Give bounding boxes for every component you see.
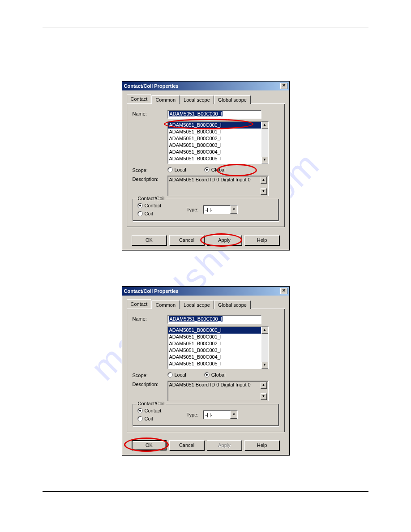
list-item[interactable]: ADAM5051_B00C003_I: [168, 347, 261, 354]
scroll-up-icon[interactable]: ▲: [261, 382, 267, 389]
scope-local-radio[interactable]: Local: [167, 167, 186, 172]
tab-contact[interactable]: Contact: [127, 299, 152, 309]
help-button[interactable]: Help: [244, 235, 279, 245]
tab-row: Contact Common Local scope Global scope: [127, 299, 285, 309]
name-input-value: ADAM5051_B00C000_I: [169, 111, 223, 116]
tab-local-scope[interactable]: Local scope: [180, 300, 214, 309]
contact-coil-properties-dialog-2: Contact/Coil Properties ✕ Contact Common…: [122, 286, 290, 455]
radio-icon: [167, 167, 173, 172]
page-rule-top: [43, 27, 368, 27]
scope-local-label: Local: [175, 167, 186, 172]
contact-radio-label: Contact: [145, 408, 162, 413]
contact-coil-properties-dialog-1: Contact/Coil Properties ✕ Contact Common…: [122, 81, 290, 250]
coil-radio-label: Coil: [145, 211, 153, 216]
help-button[interactable]: Help: [244, 440, 279, 450]
scope-local-radio[interactable]: Local: [167, 372, 186, 378]
ok-button[interactable]: OK: [132, 440, 167, 450]
close-button[interactable]: ✕: [280, 83, 287, 89]
scope-label: Scope:: [133, 167, 167, 173]
list-item[interactable]: ADAM5051_B00C005_I: [168, 360, 261, 367]
description-label: Description:: [133, 381, 167, 387]
scroll-down-icon[interactable]: ▼: [261, 362, 268, 369]
ok-button[interactable]: OK: [132, 235, 167, 245]
cancel-button[interactable]: Cancel: [169, 235, 204, 245]
list-item[interactable]: ADAM5051_B00C000_I: [168, 122, 261, 129]
scroll-down-icon[interactable]: ▼: [261, 188, 267, 195]
apply-button: Apply: [207, 440, 242, 450]
name-label: Name:: [133, 315, 167, 322]
type-dropdown[interactable]: -| |- ▼: [203, 410, 238, 419]
tab-common[interactable]: Common: [151, 95, 180, 104]
description-value: ADAM5051 Board ID 0 Digital Input 0: [169, 382, 261, 400]
scroll-down-icon[interactable]: ▼: [261, 393, 267, 400]
type-value: -| |-: [203, 412, 230, 417]
listbox-scrollbar[interactable]: ▲ ▼: [261, 326, 269, 369]
contact-radio-label: Contact: [145, 203, 162, 208]
list-item[interactable]: ADAM5051_B00C005_I: [168, 155, 261, 162]
description-box[interactable]: ADAM5051 Board ID 0 Digital Input 0 ▲ ▼: [167, 176, 269, 196]
scope-local-label: Local: [175, 372, 186, 378]
type-label: Type:: [187, 207, 199, 212]
type-label: Type:: [187, 412, 199, 417]
description-label: Description:: [133, 176, 167, 182]
type-dropdown[interactable]: -| |- ▼: [203, 205, 238, 214]
tab-global-scope[interactable]: Global scope: [214, 300, 251, 309]
scope-global-label: Global: [211, 372, 226, 378]
radio-icon: [204, 372, 210, 378]
window-title: Contact/Coil Properties: [124, 288, 179, 294]
radio-icon: [204, 167, 210, 172]
tab-contact[interactable]: Contact: [127, 94, 152, 103]
scroll-down-icon[interactable]: ▼: [261, 157, 268, 163]
coil-radio[interactable]: Coil: [137, 416, 187, 421]
list-item[interactable]: ADAM5051_B00C003_I: [168, 142, 261, 149]
description-box[interactable]: ADAM5051 Board ID 0 Digital Input 0 ▲ ▼: [167, 381, 269, 401]
titlebar: Contact/Coil Properties ✕: [122, 287, 289, 296]
contact-radio[interactable]: Contact: [137, 203, 187, 208]
listbox-scrollbar[interactable]: ▲ ▼: [261, 121, 269, 164]
tab-local-scope[interactable]: Local scope: [180, 95, 214, 104]
group-legend: Contact/Coil: [137, 401, 166, 406]
coil-radio[interactable]: Coil: [137, 211, 187, 216]
radio-icon: [167, 372, 173, 378]
tab-panel: Name: ADAM5051_B00C000_I ADAM5051_B00C00…: [127, 104, 285, 227]
contact-coil-group: Contact/Coil Contact Coil: [133, 404, 279, 426]
radio-icon: [137, 416, 143, 421]
apply-button[interactable]: Apply: [207, 235, 242, 245]
name-input[interactable]: ADAM5051_B00C000_I: [167, 110, 261, 119]
contact-radio[interactable]: Contact: [137, 408, 187, 413]
list-item[interactable]: ADAM5051_B00C004_I: [168, 149, 261, 155]
radio-icon: [137, 211, 143, 216]
coil-radio-label: Coil: [145, 416, 153, 421]
name-label: Name:: [133, 110, 167, 116]
tab-common[interactable]: Common: [151, 300, 180, 309]
titlebar: Contact/Coil Properties ✕: [122, 82, 289, 90]
scroll-up-icon[interactable]: ▲: [261, 177, 267, 184]
page-rule-bottom: [43, 491, 368, 492]
scope-global-label: Global: [211, 167, 226, 172]
list-item[interactable]: ADAM5051_B00C000_I: [168, 327, 261, 334]
cancel-button[interactable]: Cancel: [169, 440, 204, 450]
contact-coil-group: Contact/Coil Contact Coil: [133, 199, 279, 221]
group-legend: Contact/Coil: [137, 196, 166, 201]
radio-icon: [137, 408, 143, 413]
name-listbox[interactable]: ADAM5051_B00C000_I ADAM5051_B00C001_I AD…: [167, 326, 261, 369]
chevron-down-icon[interactable]: ▼: [230, 206, 237, 214]
scope-label: Scope:: [133, 372, 167, 378]
list-item[interactable]: ADAM5051_B00C002_I: [168, 340, 261, 347]
chevron-down-icon[interactable]: ▼: [230, 411, 237, 419]
type-value: -| |-: [203, 207, 230, 212]
list-item[interactable]: ADAM5051_B00C004_I: [168, 354, 261, 360]
list-item[interactable]: ADAM5051_B00C001_I: [168, 334, 261, 340]
tab-row: Contact Common Local scope Global scope: [127, 94, 285, 104]
list-item[interactable]: ADAM5051_B00C002_I: [168, 135, 261, 142]
name-listbox[interactable]: ADAM5051_B00C000_I ADAM5051_B00C001_I AD…: [167, 121, 261, 164]
scroll-up-icon[interactable]: ▲: [261, 327, 268, 334]
name-input[interactable]: ADAM5051_B00C000_I: [167, 315, 261, 324]
scope-global-radio[interactable]: Global: [204, 167, 226, 172]
scope-global-radio[interactable]: Global: [204, 372, 226, 378]
close-button[interactable]: ✕: [280, 288, 287, 294]
scroll-up-icon[interactable]: ▲: [261, 122, 268, 129]
list-item[interactable]: ADAM5051_B00C001_I: [168, 129, 261, 135]
tab-global-scope[interactable]: Global scope: [214, 95, 251, 104]
radio-icon: [137, 203, 143, 208]
